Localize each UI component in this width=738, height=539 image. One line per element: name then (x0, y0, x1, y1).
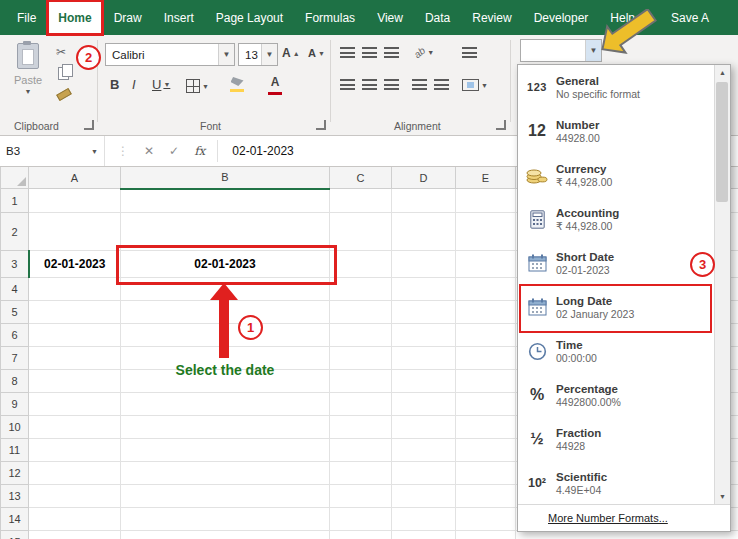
cell-c3[interactable] (330, 251, 392, 278)
cell[interactable] (456, 508, 516, 531)
cell-a3[interactable]: 02-01-2023 (29, 251, 121, 278)
fill-color-button[interactable] (230, 77, 244, 92)
format-option-percentage[interactable]: % Percentage4492800.00% (518, 373, 714, 417)
cell[interactable] (456, 485, 516, 508)
tab-home[interactable]: Home (47, 0, 102, 35)
cut-button[interactable]: ✂ (56, 45, 66, 59)
cell[interactable] (456, 301, 516, 324)
format-option-short-date[interactable]: Short Date02-01-2023 (518, 241, 714, 285)
cell-a1[interactable] (29, 189, 121, 213)
clipboard-dialog-launcher[interactable] (84, 120, 94, 130)
cancel-button[interactable]: ✕ (144, 144, 154, 158)
cell[interactable] (456, 278, 516, 301)
row-header-5[interactable]: 5 (1, 301, 29, 324)
increase-font-button[interactable]: A▲ (282, 46, 300, 60)
align-right-button[interactable] (384, 79, 399, 90)
row-header-11[interactable]: 11 (1, 439, 29, 462)
col-header-c[interactable]: C (330, 167, 392, 189)
format-option-number[interactable]: 12 Number44928.00 (518, 109, 714, 153)
font-color-button[interactable]: A (268, 75, 282, 95)
underline-button[interactable]: U▼ (152, 77, 170, 92)
col-header-e[interactable]: E (456, 167, 516, 189)
cell[interactable] (330, 439, 392, 462)
format-option-fraction[interactable]: ½ Fraction44928 (518, 417, 714, 461)
font-dialog-launcher[interactable] (316, 120, 326, 130)
tab-view[interactable]: View (366, 0, 414, 35)
cell-e1[interactable] (456, 189, 516, 213)
cell-c1[interactable] (330, 189, 392, 213)
insert-function-button[interactable]: fx (194, 144, 205, 158)
select-all-corner[interactable] (1, 167, 29, 189)
cell[interactable] (456, 531, 516, 539)
cell[interactable] (456, 393, 516, 416)
cell[interactable] (29, 347, 121, 370)
cell[interactable] (392, 370, 456, 393)
scroll-down-icon[interactable]: ▼ (715, 489, 730, 504)
cell[interactable] (392, 531, 456, 539)
format-option-general[interactable]: 123 GeneralNo specific format (518, 65, 714, 109)
cell[interactable] (392, 416, 456, 439)
chevron-down-icon[interactable]: ▼ (218, 44, 234, 65)
cell[interactable] (456, 347, 516, 370)
format-option-time[interactable]: Time00:00:00 (518, 329, 714, 373)
formula-input[interactable]: 02-01-2023 (218, 136, 293, 166)
row-header-6[interactable]: 6 (1, 324, 29, 347)
dropdown-scrollbar[interactable]: ▲ ▼ (714, 65, 730, 504)
row-header-9[interactable]: 9 (1, 393, 29, 416)
align-top-button[interactable] (340, 47, 355, 58)
increase-indent-button[interactable] (434, 79, 449, 90)
cell[interactable] (392, 485, 456, 508)
cell[interactable] (456, 416, 516, 439)
cell-d1[interactable] (392, 189, 456, 213)
tab-data[interactable]: Data (414, 0, 461, 35)
cell-e3[interactable] (456, 251, 516, 278)
align-left-button[interactable] (340, 79, 355, 90)
format-option-accounting[interactable]: Accounting₹ 44,928.00 (518, 197, 714, 241)
tab-formulas[interactable]: Formulas (294, 0, 366, 35)
chevron-down-icon[interactable]: ▼ (261, 44, 277, 65)
alignment-dialog-launcher[interactable] (496, 120, 506, 130)
col-header-a[interactable]: A (29, 167, 121, 189)
cell[interactable] (29, 462, 121, 485)
row-header-10[interactable]: 10 (1, 416, 29, 439)
cell[interactable] (29, 370, 121, 393)
col-header-b[interactable]: B (121, 167, 330, 189)
cell[interactable] (456, 462, 516, 485)
cell[interactable] (330, 462, 392, 485)
cell[interactable] (29, 508, 121, 531)
row-header-7[interactable]: 7 (1, 347, 29, 370)
cell[interactable] (121, 439, 330, 462)
row-header-4[interactable]: 4 (1, 278, 29, 301)
format-option-scientific[interactable]: 10² Scientific4.49E+04 (518, 461, 714, 505)
row-header-15[interactable]: 15 (1, 531, 29, 539)
cell[interactable] (392, 324, 456, 347)
cell[interactable] (392, 301, 456, 324)
chevron-down-icon[interactable]: ▼ (91, 148, 98, 155)
cell[interactable] (330, 393, 392, 416)
cell-a2-date-header[interactable]: Date (29, 213, 121, 251)
row-header-8[interactable]: 8 (1, 370, 29, 393)
cell[interactable] (392, 462, 456, 485)
italic-button[interactable]: I (132, 77, 136, 92)
tab-insert[interactable]: Insert (153, 0, 205, 35)
cell[interactable] (392, 347, 456, 370)
format-option-currency[interactable]: Currency₹ 44,928.00 (518, 153, 714, 197)
cell[interactable] (29, 324, 121, 347)
row-header-2[interactable]: 2 (1, 213, 29, 251)
decrease-indent-button[interactable] (412, 79, 427, 90)
cell[interactable] (29, 393, 121, 416)
enter-button[interactable]: ✓ (169, 144, 179, 158)
cell[interactable] (121, 462, 330, 485)
row-header-1[interactable]: 1 (1, 189, 29, 213)
font-name-combobox[interactable]: Calibri ▼ (105, 43, 235, 66)
row-header-3[interactable]: 3 (1, 251, 29, 278)
paste-button[interactable]: Paste ▼ (8, 43, 48, 95)
borders-button[interactable]: ▼ (186, 79, 209, 93)
row-header-14[interactable]: 14 (1, 508, 29, 531)
cell[interactable] (330, 416, 392, 439)
tab-review[interactable]: Review (461, 0, 522, 35)
copy-button[interactable] (58, 67, 69, 80)
row-header-12[interactable]: 12 (1, 462, 29, 485)
scrollbar-thumb[interactable] (716, 82, 728, 202)
cell-c2[interactable] (330, 213, 392, 251)
